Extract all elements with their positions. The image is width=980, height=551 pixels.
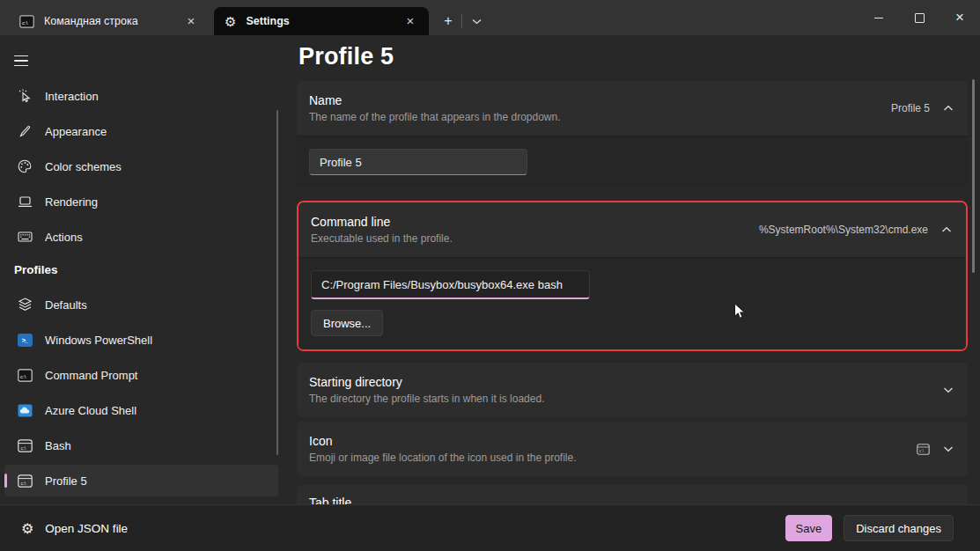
sidebar-item-label: Defaults: [45, 298, 87, 312]
new-tab-button[interactable]: +: [437, 11, 460, 32]
app-window: c:\ Командная строка × ⚙ Settings × + ×: [0, 0, 980, 551]
maximize-button[interactable]: [899, 0, 939, 35]
main-scrollbar[interactable]: [972, 79, 975, 273]
footer-bar: ⚙ Open JSON file Save Discard changes: [0, 504, 980, 551]
save-button[interactable]: Save: [785, 515, 833, 541]
sidebar-item-actions[interactable]: Actions: [4, 221, 278, 253]
open-json-file-label: Open JSON file: [45, 522, 128, 535]
card-commandline: Command line Executable used in the prof…: [298, 202, 966, 349]
setting-description: The name of the profile that appears in …: [309, 111, 891, 123]
hamburger-menu-button[interactable]: [11, 46, 44, 76]
chevron-down-icon: [943, 445, 954, 452]
sidebar-item-interaction[interactable]: Interaction: [4, 80, 278, 112]
commandline-expander-header[interactable]: Command line Executable used in the prof…: [298, 202, 966, 257]
sidebar-item-label: Command Prompt: [45, 369, 137, 382]
profiles-section-header: Profiles: [14, 263, 291, 276]
commandline-highlight-border: Command line Executable used in the prof…: [297, 201, 968, 351]
terminal-icon: c:\: [16, 439, 33, 452]
powershell-icon: >_: [16, 334, 33, 347]
tab-dropdown-button[interactable]: [466, 11, 487, 32]
cmd-icon: c:\: [16, 369, 33, 382]
commandline-input[interactable]: [311, 270, 590, 299]
setting-title: Name: [309, 93, 891, 107]
monitor-icon: [16, 195, 33, 208]
sidebar-item-label: Actions: [45, 231, 83, 244]
main-content: Profile 5 Name The name of the profile t…: [291, 35, 980, 504]
minimize-button[interactable]: [858, 0, 899, 35]
chevron-down-icon: [943, 386, 954, 393]
open-json-file-button[interactable]: ⚙ Open JSON file: [21, 522, 128, 535]
layers-icon: [16, 298, 33, 312]
tab-title-header-text: Tab title: [309, 496, 954, 504]
close-tab-icon[interactable]: ×: [183, 13, 199, 29]
sidebar-item-label: Interaction: [45, 90, 99, 103]
sidebar-item-label: Windows PowerShell: [45, 334, 152, 347]
card-starting-directory: Starting directory The directory the pro…: [297, 363, 968, 417]
icon-header-text: Icon Emoji or image file location of the…: [309, 434, 917, 464]
page-title: Profile 5: [298, 40, 968, 72]
setting-title: Starting directory: [309, 375, 943, 389]
chevron-up-icon: [943, 105, 954, 112]
commandline-expander-body: Browse...: [298, 257, 966, 349]
sidebar-item-label: Profile 5: [45, 474, 87, 488]
setting-description: Emoji or image file location of the icon…: [309, 452, 917, 464]
setting-title: Icon: [309, 434, 917, 448]
sidebar-scrollbar[interactable]: [276, 110, 278, 455]
tabbar-divider: [461, 14, 462, 28]
svg-text:c:\: c:\: [20, 444, 26, 450]
interaction-icon: [16, 89, 33, 103]
sidebar-item-windows-powershell[interactable]: >_ Windows PowerShell: [4, 324, 278, 356]
setting-description: Executable used in the profile.: [311, 232, 759, 245]
sidebar-item-label: Color schemes: [45, 160, 122, 173]
tab-title-expander-header[interactable]: Tab title: [297, 485, 968, 504]
sidebar-item-label: Bash: [45, 439, 71, 452]
chevron-up-icon: [941, 226, 952, 233]
sidebar-item-rendering[interactable]: Rendering: [4, 186, 278, 217]
tab-command-prompt[interactable]: c:\ Командная строка ×: [11, 7, 208, 35]
gear-icon: ⚙: [21, 522, 33, 535]
chevron-down-icon: [472, 18, 482, 25]
starting-directory-header-text: Starting directory The directory the pro…: [309, 375, 943, 405]
icon-expander-header[interactable]: Icon Emoji or image file location of the…: [297, 422, 968, 476]
setting-title: Tab title: [309, 496, 954, 504]
svg-text:c:\: c:\: [20, 480, 26, 485]
starting-directory-expander-header[interactable]: Starting directory The directory the pro…: [297, 363, 968, 417]
sidebar-item-label: Rendering: [45, 195, 98, 209]
sidebar-item-color-schemes[interactable]: Color schemes: [4, 151, 278, 182]
name-header-text: Name The name of the profile that appear…: [309, 93, 891, 123]
sidebar-item-label: Appearance: [45, 125, 107, 138]
tab-label: Settings: [246, 15, 402, 27]
sidebar-item-azure-cloud-shell[interactable]: Azure Cloud Shell: [4, 394, 278, 426]
titlebar: c:\ Командная строка × ⚙ Settings × + ×: [0, 0, 980, 35]
sidebar-item-command-prompt[interactable]: c:\ Command Prompt: [4, 359, 278, 391]
setting-current-value: %SystemRoot%\System32\cmd.exe: [759, 224, 928, 236]
svg-text:c:\: c:\: [22, 19, 28, 25]
pen-icon: [16, 125, 33, 138]
setting-description: The directory the profile starts in when…: [309, 393, 943, 405]
svg-text:c:\: c:\: [919, 449, 925, 453]
close-tab-icon[interactable]: ×: [402, 13, 418, 29]
palette-icon: [16, 159, 33, 173]
name-expander-body: [297, 136, 968, 188]
card-icon: Icon Emoji or image file location of the…: [297, 422, 968, 476]
card-tab-title: Tab title: [297, 485, 968, 504]
sidebar-item-bash[interactable]: c:\ Bash: [4, 430, 278, 461]
gear-icon: ⚙: [225, 15, 236, 28]
setting-title: Command line: [311, 215, 759, 229]
browse-button[interactable]: Browse...: [311, 310, 383, 336]
sidebar-item-appearance[interactable]: Appearance: [4, 115, 278, 147]
terminal-icon: c:\: [16, 474, 33, 488]
settings-body: Interaction Appearance C: [0, 35, 980, 504]
card-name: Name The name of the profile that appear…: [297, 81, 968, 188]
tab-label: Командная строка: [44, 15, 183, 27]
tab-settings[interactable]: ⚙ Settings ×: [214, 7, 429, 35]
azure-cloud-icon: [16, 404, 33, 417]
profile-name-input[interactable]: [309, 149, 527, 175]
sidebar-item-label: Azure Cloud Shell: [45, 404, 136, 417]
selection-indicator: [4, 474, 7, 488]
sidebar-item-defaults[interactable]: Defaults: [4, 289, 278, 320]
name-expander-header[interactable]: Name The name of the profile that appear…: [297, 81, 968, 136]
close-window-button[interactable]: ×: [939, 0, 980, 35]
sidebar-item-profile-5[interactable]: c:\ Profile 5: [4, 465, 278, 496]
discard-changes-button[interactable]: Discard changes: [844, 515, 954, 541]
